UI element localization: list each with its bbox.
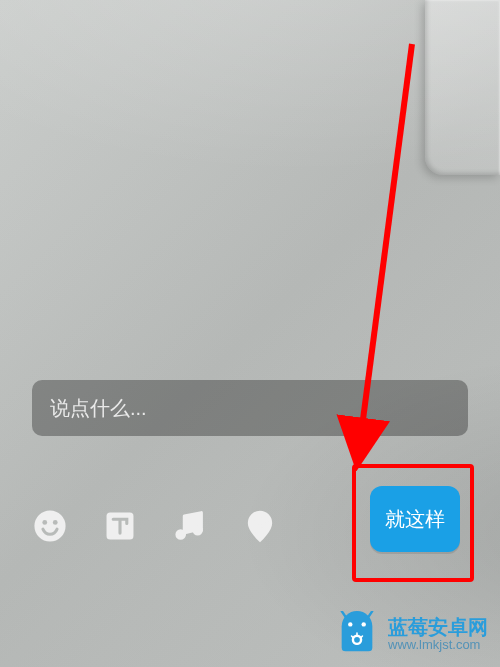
text-tool-icon[interactable]	[102, 508, 138, 544]
svg-point-2	[53, 520, 58, 525]
comment-input-placeholder: 说点什么...	[50, 395, 147, 422]
svg-point-6	[256, 518, 264, 526]
location-icon[interactable]	[242, 508, 278, 544]
music-icon[interactable]	[172, 508, 208, 544]
svg-point-5	[194, 527, 201, 534]
svg-point-4	[177, 531, 184, 538]
comment-input[interactable]: 说点什么...	[32, 380, 468, 436]
submit-button-label: 就这样	[385, 506, 445, 533]
svg-point-1	[42, 520, 47, 525]
svg-point-0	[34, 510, 65, 541]
trackpad-corner	[425, 0, 500, 175]
emoji-icon[interactable]	[32, 508, 68, 544]
submit-button[interactable]: 就这样	[370, 486, 460, 552]
